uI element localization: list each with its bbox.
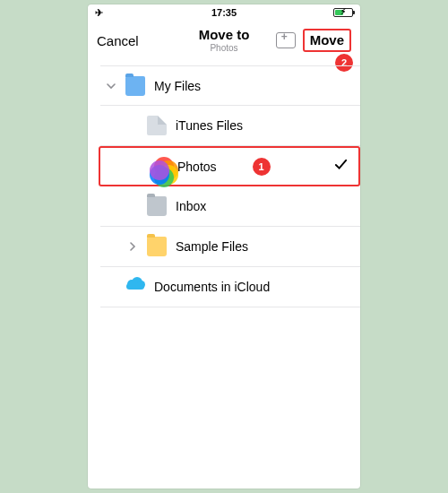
phone-frame: ✈︎ 17:35 ⚡︎ Cancel Move to Photos Move 2 <box>88 4 360 489</box>
cancel-button[interactable]: Cancel <box>97 33 139 48</box>
folder-row-icloud[interactable]: Documents in iCloud <box>100 267 360 307</box>
status-bar: ✈︎ 17:35 ⚡︎ <box>88 4 360 21</box>
folder-row-inbox[interactable]: Inbox <box>100 186 360 227</box>
chevron-down-icon[interactable] <box>100 82 122 91</box>
folder-label: Sample Files <box>176 239 348 254</box>
folder-label: My Files <box>154 79 348 93</box>
photos-icon <box>145 157 172 177</box>
airplane-mode-icon: ✈︎ <box>95 7 103 19</box>
folder-label: Documents in iCloud <box>154 280 348 294</box>
folder-icon <box>143 237 170 256</box>
folder-list: My Files iTunes Files Photos 1 <box>88 65 360 307</box>
chevron-right-icon[interactable] <box>122 242 143 251</box>
folder-label: Inbox <box>176 199 348 213</box>
new-folder-icon[interactable] <box>276 32 296 48</box>
nav-title: Move to <box>199 28 250 43</box>
checkmark-icon <box>334 158 348 175</box>
callout-highlight-2: Move 2 <box>303 29 351 52</box>
folder-icon <box>122 76 149 96</box>
nav-bar: Cancel Move to Photos Move 2 <box>88 21 360 60</box>
folder-label: Photos <box>177 160 242 174</box>
folder-icon <box>143 196 170 216</box>
nav-subtitle: Photos <box>199 43 250 53</box>
folder-label: iTunes Files <box>176 118 348 133</box>
folder-row-my-files[interactable]: My Files <box>100 65 360 106</box>
move-button[interactable]: Move <box>310 32 344 48</box>
battery-icon: ⚡︎ <box>333 8 353 17</box>
folder-row-photos[interactable]: Photos 1 <box>99 146 360 186</box>
callout-badge-1: 1 <box>253 158 271 176</box>
folder-row-sample[interactable]: Sample Files <box>100 227 360 267</box>
document-icon <box>143 116 170 135</box>
cloud-icon <box>122 277 149 297</box>
folder-row-itunes[interactable]: iTunes Files <box>100 106 360 146</box>
clock: 17:35 <box>211 7 237 18</box>
